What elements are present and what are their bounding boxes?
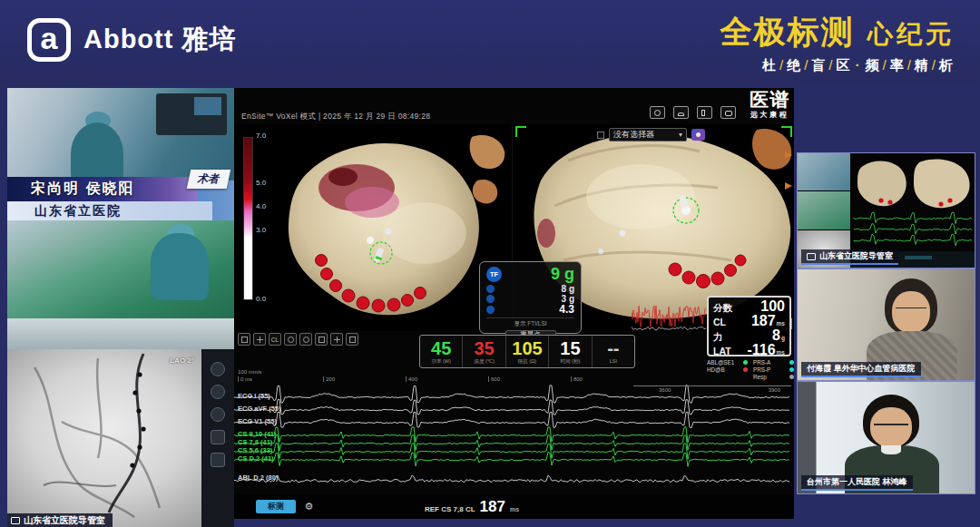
hospital-banner: 山东省立医院 xyxy=(7,201,212,220)
channel-label: CS 5,6 (33) xyxy=(238,446,272,454)
status-dot xyxy=(789,367,794,372)
header-tagline: 杜/绝/盲/区·频/率/精/析 xyxy=(720,57,955,74)
hospital-name: 山东省立医院 xyxy=(7,203,122,220)
instrument-table xyxy=(7,318,234,349)
channel-label: CS D,2 (41) xyxy=(238,454,274,463)
fluoro-button-5[interactable] xyxy=(211,453,225,467)
time-ruler: 0 ms200 400600 800 xyxy=(238,376,583,382)
monitor-icon xyxy=(807,253,816,260)
arrow-tool-icon[interactable] xyxy=(785,182,792,190)
event-title-main: 全极标测 xyxy=(720,14,855,49)
operator-names: 宋尚明 侯晓阳 xyxy=(7,180,134,199)
force-row4-value: 4.3 xyxy=(559,304,574,316)
fluoro-button-3[interactable] xyxy=(211,407,225,422)
fluoro-room-label: 山东省立医院导管室 xyxy=(7,513,113,527)
channel-label: ECG I (55) xyxy=(238,392,270,400)
force-footer-caption: 显示 FTI/LSI xyxy=(486,317,574,328)
nurse-figure xyxy=(151,233,209,300)
fluoro-angle-label: LAO 2° xyxy=(170,356,194,365)
crosshair-icon[interactable] xyxy=(330,333,343,346)
video-fluoroscopy[interactable]: LAO 2° 山东省立医院导管室 xyxy=(7,349,234,527)
cl-button[interactable]: CL xyxy=(269,333,281,346)
ensite-screen: EnSite™ VoXel 模式 | 2025 年 12 月 29 日 08:4… xyxy=(234,88,794,519)
tile-label-doctor-1: 付海霞 阜外华中心血管病医院 xyxy=(801,362,921,377)
ensite-title-text: EnSite™ VoXel 模式 | 2025 年 12 月 29 日 08:4… xyxy=(241,112,430,122)
rf-power-value: 45 xyxy=(431,339,451,357)
ensite-bottom-bar: 标测 ⚙ REF CS 7,8 CL 187 ms xyxy=(234,494,794,519)
channel-label: CS 9,10 (41) xyxy=(238,430,277,438)
rotate-icon[interactable] xyxy=(299,333,312,346)
color-scale-ticks: 7.0 5.0 4.0 3.0 0.0 xyxy=(256,132,279,302)
monitor-screen xyxy=(194,97,221,115)
arrow-tool-icon[interactable] xyxy=(785,151,792,159)
rf-generator-readout: 45功率 (W) 35温度 (℃) 105阻抗 (Ω) 15时间 (秒) --L… xyxy=(419,335,635,368)
ensite-toolbar xyxy=(650,106,736,119)
caret-down-icon: ▾ xyxy=(679,131,682,139)
split-view-icon[interactable] xyxy=(697,106,712,119)
fluoro-button-1[interactable] xyxy=(211,362,225,376)
status-prsp: PRS-P xyxy=(753,366,770,373)
contact-force-panel: TF 9 g 8 g 3 g 4.3 显示 FTI/LSI 重显点 xyxy=(479,261,582,334)
selector-checkbox[interactable] xyxy=(597,132,604,139)
stat-score-value: 100 xyxy=(760,298,785,314)
map-selector-row: 没有选择器 ▾ xyxy=(597,128,705,142)
map-timeline-ruler[interactable]: 3600 3900 xyxy=(633,385,791,396)
yipu-logo-line1: 医谱 xyxy=(750,90,789,109)
participant-tile-doctor-1[interactable]: 付海霞 阜外华中心血管病医院 xyxy=(797,268,975,381)
stat-score-label: 分数 xyxy=(713,303,732,313)
status-prsa: PRS-A xyxy=(753,359,770,366)
channel-label: ABL D,2 (80) xyxy=(238,473,278,482)
map-view-left[interactable]: 7.0 5.0 4.0 3.0 0.0 xyxy=(234,124,513,331)
force-row2-icon xyxy=(486,285,495,293)
selection-bracket-tl xyxy=(515,126,526,137)
event-title: 全极标测 心纪元 xyxy=(720,11,955,54)
zoom-icon[interactable] xyxy=(284,333,297,346)
fullscreen-icon[interactable] xyxy=(720,106,736,119)
participant-tile-cathlab[interactable]: 山东省立医院导管室 xyxy=(797,152,975,268)
mapping-button[interactable]: 标测 xyxy=(256,500,296,513)
sweep-speed-label: 100 mm/s xyxy=(238,369,261,375)
operator-name-banner: 宋尚明 侯晓阳 术者 xyxy=(7,177,198,201)
map-mini-toolbar: CL xyxy=(238,333,358,346)
ref-label: REF CS 7,8 CL xyxy=(425,505,475,513)
webinar-stage: a Abbott 雅培 全极标测 心纪元 杜/绝/盲/区·频/率/精/析 宋尚明… xyxy=(0,0,980,527)
side-tool-icons xyxy=(785,151,792,190)
brand-name: Abbott 雅培 xyxy=(83,22,236,58)
stat-lat-value: -116 xyxy=(747,342,775,357)
fluoro-image xyxy=(7,349,201,527)
contact-tool-icon[interactable] xyxy=(673,106,689,119)
stat-cl-label: CL xyxy=(713,317,726,327)
yipu-logo-line2: 远大康程 xyxy=(750,110,789,120)
status-hd: HD@B xyxy=(707,366,725,373)
fluoro-button-4[interactable] xyxy=(211,430,225,444)
layers-icon[interactable] xyxy=(315,333,328,346)
zoom-tool-icon[interactable] xyxy=(650,106,665,119)
video-operating-room-2[interactable] xyxy=(7,220,234,349)
fluoro-button-2[interactable] xyxy=(211,385,225,399)
window-icon[interactable] xyxy=(346,333,358,346)
monitor-icon xyxy=(11,517,20,524)
yipu-logo: 医谱 远大康程 xyxy=(750,90,789,120)
status-dot xyxy=(789,360,794,365)
video-operating-room-1[interactable]: 宋尚明 侯晓阳 术者 山东省立医院 xyxy=(7,88,234,220)
color-scale-bar xyxy=(243,137,253,300)
prs-pressure-trace xyxy=(632,299,706,334)
operator-role-tag: 术者 xyxy=(187,170,230,189)
grid-icon[interactable] xyxy=(238,333,250,346)
map-selector-dropdown[interactable]: 没有选择器 ▾ xyxy=(609,128,687,142)
status-dot xyxy=(743,360,748,365)
gear-icon[interactable]: ⚙ xyxy=(303,501,315,512)
selector-badge-icon[interactable] xyxy=(691,129,705,141)
status-resp: Resp xyxy=(753,374,767,380)
participant-tile-doctor-2[interactable]: 台州市第一人民医院 林鸿峰 xyxy=(797,381,975,494)
mapping-stats-panel: 分数100 CL187ms 力8g LAT-116ms xyxy=(707,296,791,356)
status-dot xyxy=(789,375,794,379)
abbott-a-icon: a xyxy=(27,18,71,62)
rf-time-value: 15 xyxy=(560,339,580,357)
event-title-block: 全极标测 心纪元 杜/绝/盲/区·频/率/精/析 xyxy=(720,11,955,74)
channel-status-grid: ABL@SE1 PRS-A HD@B PRS-P Resp xyxy=(707,359,794,380)
stat-force-label: 力 xyxy=(713,332,723,342)
pan-icon[interactable] xyxy=(253,333,266,346)
rf-lsi-value: -- xyxy=(607,339,619,357)
rf-impedance-value: 105 xyxy=(512,339,542,357)
